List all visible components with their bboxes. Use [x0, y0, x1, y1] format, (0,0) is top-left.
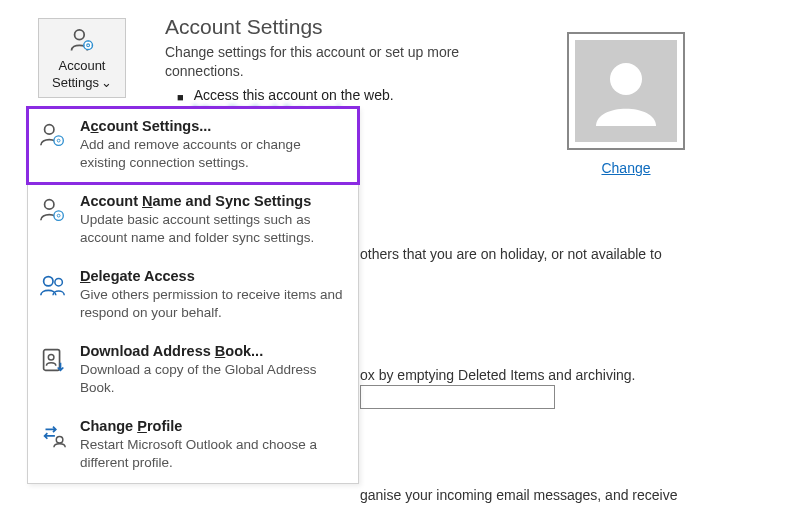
menu-desc: Give others permission to receive items …: [80, 286, 348, 321]
switch-profile-icon: [38, 420, 68, 450]
menu-desc: Add and remove accounts or change existi…: [80, 136, 348, 171]
input-stub[interactable]: [360, 385, 555, 409]
address-book-download-icon: [38, 345, 68, 375]
menu-item-delegate-access[interactable]: Delegate Access Give others permission t…: [28, 258, 358, 333]
svg-point-0: [75, 30, 85, 40]
menu-title: Account Name and Sync Settings: [80, 193, 348, 209]
account-settings-dropdown: Account Settings... Add and remove accou…: [27, 107, 359, 484]
chevron-down-icon: ⌄: [101, 76, 112, 91]
person-gear-icon: [68, 26, 96, 57]
access-web-text: Access this account on the web.: [194, 87, 394, 103]
account-avatar-block: Change: [567, 32, 685, 176]
svg-point-17: [48, 355, 54, 361]
menu-desc: Download a copy of the Global Address Bo…: [80, 361, 348, 396]
avatar-frame: [567, 32, 685, 150]
page-title: Account Settings: [165, 15, 790, 39]
account-settings-ribbon-button[interactable]: Account Settings⌄: [38, 18, 126, 98]
ribbon-label-line1: Account: [59, 59, 106, 74]
menu-title: Change Profile: [80, 418, 348, 434]
fragment-holiday-text: others that you are on holiday, or not a…: [360, 246, 785, 262]
svg-point-12: [54, 211, 63, 220]
menu-title: Account Settings...: [80, 118, 348, 134]
bullet-icon: ■: [177, 91, 184, 103]
svg-point-14: [44, 277, 53, 286]
ribbon-label-line2: Settings⌄: [52, 76, 112, 91]
svg-point-18: [56, 437, 63, 444]
svg-point-8: [45, 125, 54, 134]
svg-point-1: [84, 40, 93, 49]
svg-point-11: [45, 200, 54, 209]
fragment-organise-text: ganise your incoming email messages, and…: [360, 487, 785, 503]
menu-title: Delegate Access: [80, 268, 348, 284]
menu-desc: Restart Microsoft Outlook and choose a d…: [80, 436, 348, 471]
fragment-emptying-text: ox by emptying Deleted Items and archivi…: [360, 367, 785, 383]
people-icon: [38, 270, 68, 300]
menu-item-download-address-book[interactable]: Download Address Book... Download a copy…: [28, 333, 358, 408]
menu-item-change-profile[interactable]: Change Profile Restart Microsoft Outlook…: [28, 408, 358, 483]
person-gear-icon: [38, 120, 68, 150]
menu-title: Download Address Book...: [80, 343, 348, 359]
menu-item-name-sync[interactable]: Account Name and Sync Settings Update ba…: [28, 183, 358, 258]
person-gear-icon: [38, 195, 68, 225]
svg-point-9: [54, 136, 63, 145]
svg-point-15: [55, 279, 63, 287]
svg-point-7: [610, 63, 642, 95]
change-photo-link[interactable]: Change: [567, 160, 685, 176]
page-subtitle: Change settings for this account or set …: [165, 43, 495, 81]
avatar-placeholder-icon: [575, 40, 677, 142]
menu-item-account-settings[interactable]: Account Settings... Add and remove accou…: [28, 108, 358, 183]
menu-desc: Update basic account settings such as ac…: [80, 211, 348, 246]
